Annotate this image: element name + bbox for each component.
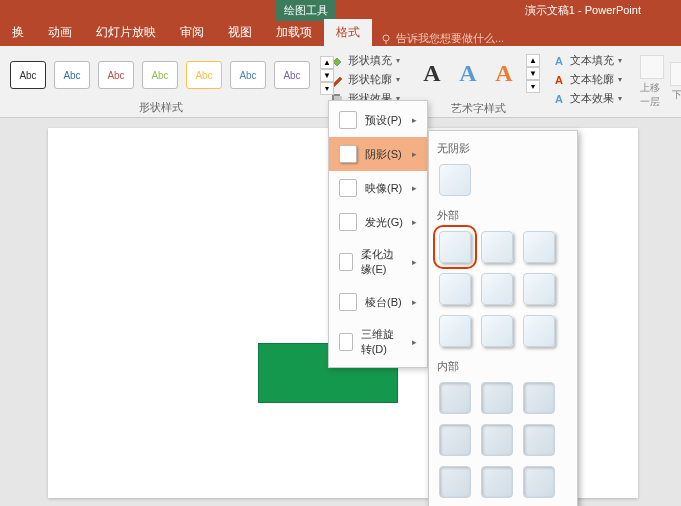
inner-shadow-label: 内部 (437, 355, 569, 378)
shadow-icon (339, 145, 357, 163)
wordart-style-3[interactable]: A (488, 56, 520, 92)
shadow-none[interactable] (439, 164, 471, 196)
wordart-style-1[interactable]: A (416, 56, 448, 92)
svg-point-0 (383, 35, 389, 41)
gallery-up-button[interactable]: ▲ (320, 56, 334, 69)
wa-gallery-up[interactable]: ▲ (526, 54, 540, 67)
shadow-inner-1[interactable] (439, 382, 471, 414)
shape-style-1[interactable]: Abc (10, 61, 46, 89)
text-fill-button[interactable]: A 文本填充▾ (548, 52, 626, 69)
shape-effects-menu: 预设(P)▸ 阴影(S)▸ 映像(R)▸ 发光(G)▸ 柔化边缘(E)▸ 棱台(… (328, 100, 428, 368)
text-effects-button[interactable]: A 文本效果▾ (548, 90, 626, 107)
shadow-outer-9[interactable] (523, 315, 555, 347)
shape-styles-group-label: 形状样式 (0, 100, 322, 117)
shadow-outer-2[interactable] (481, 231, 513, 263)
wa-gallery-down[interactable]: ▼ (526, 67, 540, 80)
rotation-3d-icon (339, 333, 353, 351)
shape-style-5[interactable]: Abc (186, 61, 222, 89)
shape-style-4[interactable]: Abc (142, 61, 178, 89)
send-backward-icon (670, 62, 681, 86)
reflection-icon (339, 179, 357, 197)
tab-transitions[interactable]: 换 (0, 19, 36, 46)
shadow-inner-2[interactable] (481, 382, 513, 414)
shadow-gallery-panel: 无阴影 外部 内部 (428, 130, 578, 506)
gallery-down-button[interactable]: ▼ (320, 69, 334, 82)
shadow-outer-4[interactable] (439, 273, 471, 305)
shadow-inner-9[interactable] (523, 466, 555, 498)
shape-style-3[interactable]: Abc (98, 61, 134, 89)
shadow-inner-6[interactable] (523, 424, 555, 456)
text-effects-icon: A (552, 92, 566, 106)
text-fill-icon: A (552, 54, 566, 68)
fx-bevel[interactable]: 棱台(B)▸ (329, 285, 427, 319)
fx-reflection[interactable]: 映像(R)▸ (329, 171, 427, 205)
ribbon-tabs: 换 动画 幻灯片放映 审阅 视图 加载项 格式 告诉我您想要做什么... (0, 20, 681, 46)
tab-format[interactable]: 格式 (324, 19, 372, 46)
text-outline-icon: A (552, 73, 566, 87)
fx-soft-edges[interactable]: 柔化边缘(E)▸ (329, 239, 427, 285)
outer-shadow-label: 外部 (437, 204, 569, 227)
tab-review[interactable]: 审阅 (168, 19, 216, 46)
shape-style-2[interactable]: Abc (54, 61, 90, 89)
text-outline-button[interactable]: A 文本轮廓▾ (548, 71, 626, 88)
fx-shadow[interactable]: 阴影(S)▸ (329, 137, 427, 171)
tab-view[interactable]: 视图 (216, 19, 264, 46)
shadow-inner-4[interactable] (439, 424, 471, 456)
text-options: A 文本填充▾ A 文本轮廓▾ A 文本效果▾ (544, 46, 630, 117)
shadow-inner-8[interactable] (481, 466, 513, 498)
shadow-inner-3[interactable] (523, 382, 555, 414)
wordart-style-2[interactable]: A (452, 56, 484, 92)
fx-preset[interactable]: 预设(P)▸ (329, 103, 427, 137)
shadow-outer-5[interactable] (481, 273, 513, 305)
shadow-outer-8[interactable] (481, 315, 513, 347)
shape-styles-gallery: Abc Abc Abc Abc Abc Abc Abc ▲ ▼ ▾ (0, 48, 338, 99)
arrange-group: 上移一层 下移 (634, 46, 681, 117)
soft-edges-icon (339, 253, 353, 271)
shadow-outer-6[interactable] (523, 273, 555, 305)
shadow-outer-1[interactable] (439, 231, 471, 263)
shadow-inner-7[interactable] (439, 466, 471, 498)
tab-slideshow[interactable]: 幻灯片放映 (84, 19, 168, 46)
no-shadow-label: 无阴影 (437, 137, 569, 160)
tell-me-search[interactable]: 告诉我您想要做什么... (372, 31, 512, 46)
drawing-tools-tab: 绘图工具 (276, 0, 336, 21)
wa-gallery-more[interactable]: ▾ (526, 80, 540, 93)
shadow-outer-3[interactable] (523, 231, 555, 263)
shadow-outer-7[interactable] (439, 315, 471, 347)
shadow-inner-5[interactable] (481, 424, 513, 456)
bring-forward-icon (640, 55, 664, 79)
preset-icon (339, 111, 357, 129)
wordart-gallery: A A A ▲ ▼ ▾ (412, 46, 544, 101)
bulb-icon (380, 33, 392, 45)
glow-icon (339, 213, 357, 231)
fx-glow[interactable]: 发光(G)▸ (329, 205, 427, 239)
shape-style-6[interactable]: Abc (230, 61, 266, 89)
wordart-group-label: 艺术字样式 (412, 101, 544, 118)
tell-me-label: 告诉我您想要做什么... (396, 31, 504, 46)
gallery-more-button[interactable]: ▾ (320, 82, 334, 95)
document-title: 演示文稿1 - PowerPoint (525, 3, 641, 18)
shape-style-7[interactable]: Abc (274, 61, 310, 89)
fx-3d-rotation[interactable]: 三维旋转(D)▸ (329, 319, 427, 365)
tab-animations[interactable]: 动画 (36, 19, 84, 46)
bevel-icon (339, 293, 357, 311)
send-backward-button[interactable]: 下移 (670, 62, 681, 102)
tab-addins[interactable]: 加载项 (264, 19, 324, 46)
bring-forward-button[interactable]: 上移一层 (640, 55, 664, 109)
